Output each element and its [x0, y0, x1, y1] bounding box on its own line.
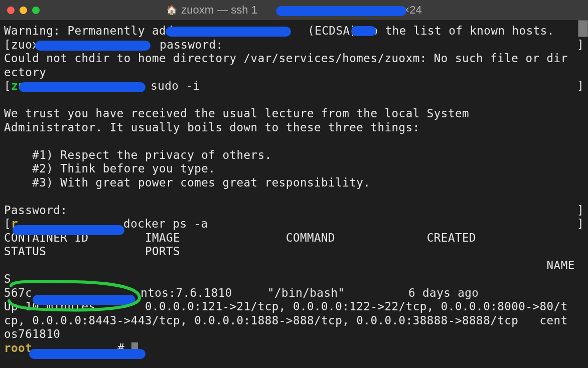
- line: docker ps -a: [123, 217, 208, 230]
- line: Administrator. It usually boils down to …: [4, 121, 420, 134]
- line: ]: [577, 79, 584, 93]
- line: NAME: [4, 259, 575, 272]
- line: cp, 0.0.0.0:8443->443/tcp, 0.0.0.0:1888-…: [4, 314, 568, 327]
- home-icon: 🏠: [166, 5, 177, 16]
- line: We trust you have received the usual lec…: [4, 107, 469, 120]
- close-button[interactable]: [7, 7, 15, 14]
- line: #3) With great power comes great respons…: [4, 176, 370, 189]
- title-text-suffix: 80×24: [391, 4, 422, 17]
- line: password:: [160, 38, 223, 51]
- line: #1) Respect the privacy of others.: [4, 148, 272, 161]
- terminal-output[interactable]: Warning: Permanently adde (ECDSA) to the…: [0, 20, 588, 368]
- cursor: [131, 342, 138, 353]
- line: [: [4, 79, 11, 92]
- line: S: [4, 272, 11, 285]
- line: #: [117, 341, 124, 354]
- line: [zuox: [4, 38, 39, 51]
- minimize-button[interactable]: [20, 7, 27, 14]
- terminal-window: 🏠 zuoxm — ssh 1 80×24 Warning: Permanent…: [0, 0, 588, 368]
- title-text-prefix: zuoxm — ssh 1: [181, 4, 257, 17]
- line: [: [4, 217, 11, 230]
- maximize-button[interactable]: [32, 7, 40, 14]
- line: Password:: [4, 204, 67, 217]
- prompt-user: zu: [11, 79, 25, 92]
- line: 567c: [4, 286, 32, 299]
- line: Warning: Permanently adde: [4, 24, 180, 37]
- window-title: 🏠 zuoxm — ssh 1 80×24: [0, 4, 588, 17]
- titlebar: 🏠 zuoxm — ssh 1 80×24: [0, 0, 588, 20]
- line: sudo -i: [151, 79, 200, 92]
- prompt-user: r: [11, 217, 18, 230]
- line: CONTAINER ID IMAGE COMMAND CREATED: [4, 231, 568, 244]
- traffic-lights: [7, 7, 40, 14]
- line: Could not chdir to home directory /var/s…: [4, 52, 568, 65]
- line: ]: [577, 204, 584, 218]
- line: #2) Think before you type.: [4, 162, 215, 175]
- line: os761810: [4, 327, 60, 340]
- scrollbar-thumb[interactable]: [578, 20, 588, 37]
- line: ]: [577, 217, 584, 231]
- line: ntos:7.6.1810 "/bin/bash" 6 days ago: [140, 286, 549, 299]
- line: STATUS PORTS: [4, 245, 575, 258]
- line: ectory: [4, 66, 46, 79]
- line: ]: [577, 38, 584, 52]
- line: Up 10 minutes 0.0.0.0:121->21/tcp, 0.0.0…: [4, 300, 568, 313]
- prompt-user: root: [4, 341, 32, 354]
- line: (ECDSA) to the list of known hosts.: [301, 24, 554, 37]
